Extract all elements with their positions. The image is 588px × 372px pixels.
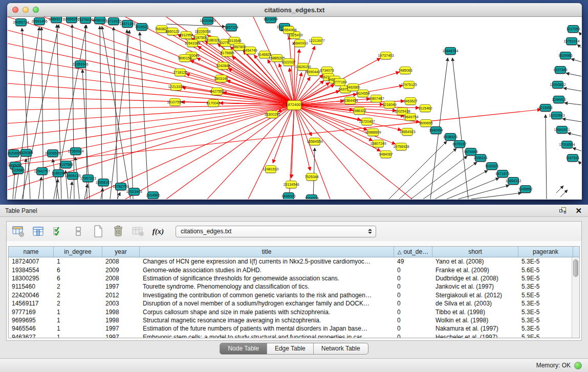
graph-node[interactable]: 10543382 [187,39,198,47]
graph-node[interactable]: 15692971 [556,126,568,134]
graph-node[interactable]: 14671355 [122,20,133,28]
graph-node[interactable]: 9227349 [555,66,566,74]
graph-node[interactable]: 19654923 [402,128,413,136]
graph-node[interactable]: 9699695 [420,119,431,127]
graph-hub-node[interactable]: 18724007 [287,100,301,110]
graph-node[interactable]: 8813054 [265,17,276,23]
graph-node[interactable]: 18300295 [267,111,278,118]
graph-node[interactable]: 15584554 [309,138,320,145]
graph-node[interactable]: 8990443 [308,68,319,76]
table-row[interactable]: 946362711997Embryonic stem cells: a mode… [9,333,579,338]
graph-node[interactable]: 7986322 [354,107,365,115]
graph-node[interactable]: 8471676 [497,170,508,178]
network-canvas[interactable]: 2405572420691406106931711065525715276021… [8,17,581,199]
graph-node[interactable]: 8175685 [222,49,233,57]
minimize-window-icon[interactable] [23,7,29,13]
graph-node[interactable]: 12093832 [552,81,563,89]
graph-node[interactable]: 1640954 [430,126,442,134]
table-row[interactable]: 911546021997Tourette syndrome. Phenomeno… [9,282,579,291]
graph-node[interactable]: 10719155 [108,17,119,25]
delete-list-icon[interactable] [112,225,125,238]
graph-node[interactable]: 15885205 [271,54,282,62]
graph-node[interactable]: 16782759 [115,183,126,190]
tab-network-table[interactable]: Network Table [314,343,368,354]
function-builder-button[interactable]: f(x) [151,225,165,238]
vertical-scrollbar[interactable] [572,258,579,338]
graph-node[interactable]: 21053346 [75,60,86,68]
close-window-icon[interactable] [12,7,18,13]
graph-node[interactable]: 1145194 [53,169,64,177]
graph-node[interactable]: 12213977 [311,37,322,45]
table-row[interactable]: 2242004622012Investigating the contribut… [9,291,579,299]
graph-node[interactable]: 9777169 [334,78,345,86]
graph-node[interactable]: 10693171 [51,17,62,23]
graph-node[interactable]: 10688609 [367,128,379,136]
graph-node[interactable]: 16848784 [445,47,456,55]
table-row[interactable]: 1872400712008Changes of HCN gene express… [9,257,579,266]
window-titlebar[interactable]: citations_edges.txt [7,3,582,17]
graph-node[interactable]: 8860123 [167,28,178,35]
graph-node[interactable]: 1244413 [553,96,564,103]
graph-node[interactable]: 7632621 [486,162,497,170]
column-header-short[interactable]: short [432,247,518,257]
graph-node[interactable]: 8938923 [445,133,456,141]
graph-node[interactable]: 15134546 [286,181,297,188]
column-header-out_de[interactable]: △out_de… [394,247,432,257]
graph-node[interactable]: 10807487 [371,95,382,102]
graph-node[interactable]: 8912954 [181,31,192,39]
graph-node[interactable]: 12481510 [265,165,276,173]
scrollbar-thumb[interactable] [573,259,578,277]
graph-node[interactable]: 7485063 [400,67,411,74]
graph-node[interactable]: 16033809 [202,17,213,25]
table-row[interactable]: 977716911998Corpus callosum shape and si… [9,308,579,316]
graph-node[interactable]: 9242848 [217,62,229,70]
graph-node[interactable]: 15807249 [373,140,384,147]
graph-node[interactable]: 6479197 [454,140,465,148]
graph-node[interactable]: 20691406 [34,17,45,25]
graph-node[interactable]: 18107554 [169,98,181,106]
graph-node[interactable]: 7462660 [347,83,359,91]
graph-node[interactable]: 1115686 [12,166,24,174]
graph-node[interactable]: 1167531 [567,154,578,162]
graph-node[interactable]: 1217053 [568,25,579,33]
graph-node[interactable]: 15640910 [294,39,306,47]
graph-node[interactable]: 17359924 [70,147,81,155]
graph-node[interactable]: 15720407 [361,118,373,125]
graph-node[interactable]: 12942757 [36,167,48,175]
graph-node[interactable]: 7857224 [226,24,237,31]
graph-node[interactable]: 9445020 [283,192,294,200]
graph-node[interactable]: 12923445 [128,188,140,195]
graph-node[interactable]: 2803144 [215,75,227,82]
graph-node[interactable]: 8454749 [245,47,256,54]
zoom-window-icon[interactable] [33,7,39,13]
show-columns-icon[interactable] [32,225,45,238]
graph-node[interactable]: 8466160 [94,17,105,24]
table-mode-icon[interactable] [12,225,25,238]
float-window-icon[interactable] [559,207,567,214]
graph-node[interactable]: 9529966 [560,52,571,59]
graph-node[interactable]: 5624554 [357,90,368,97]
graph-node[interactable]: 17016504 [561,141,573,148]
graph-node[interactable]: 15751074 [566,37,577,45]
table-selector-dropdown[interactable]: citations_edges.txt [176,226,376,237]
graph-node[interactable]: 10654112 [508,177,519,185]
graph-node[interactable]: 2064504 [306,194,317,200]
table-row[interactable]: 946554611997Estimation of the future num… [9,324,579,333]
graph-node[interactable]: 13626150 [297,63,309,71]
column-header-title[interactable]: title [140,247,394,257]
graph-node[interactable]: 2718126 [175,69,186,76]
graph-node[interactable]: 9245652 [520,185,531,193]
graph-node[interactable]: 13958167 [98,179,109,186]
graph-node[interactable]: 19649754 [405,113,416,121]
graph-node[interactable]: 9197588 [60,161,72,168]
graph-node[interactable]: 2935114 [475,154,486,162]
graph-node[interactable]: 13505135 [67,172,78,180]
graph-node[interactable]: 17957223 [82,174,94,182]
graph-node[interactable]: 20206576 [47,149,58,157]
table-row[interactable]: 1938455462009Genome-wide association stu… [9,266,579,274]
graph-node[interactable]: 7515526 [136,23,147,31]
column-header-name[interactable]: name [9,247,54,257]
row-height-icon[interactable] [72,225,85,238]
graph-node[interactable]: 9474444 [465,148,476,156]
graph-node[interactable]: 6216049 [384,101,395,108]
